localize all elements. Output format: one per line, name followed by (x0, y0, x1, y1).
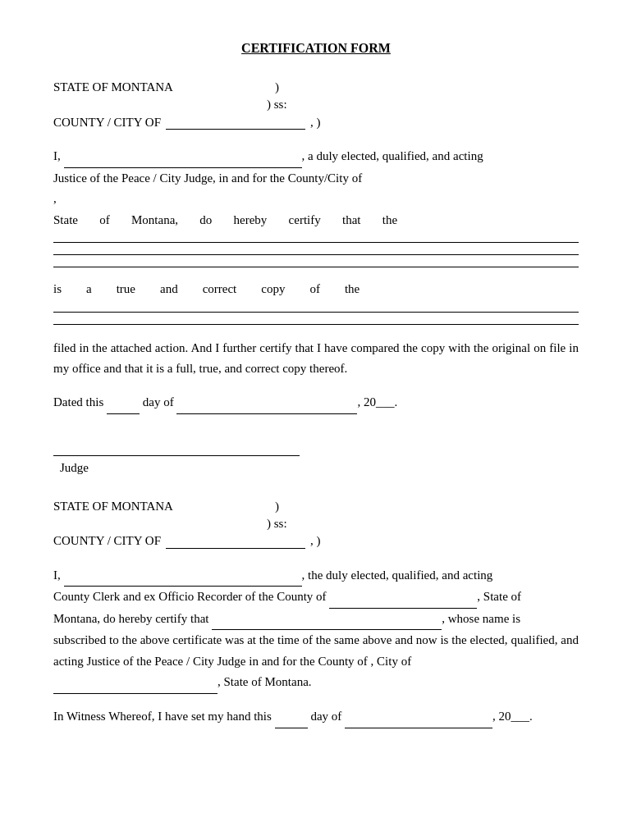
county-line-2: COUNTY / CITY OF , ) (53, 534, 579, 549)
state-line-2: STATE OF MONTANA ) (53, 500, 579, 514)
body-paragraph-1: I, , a duly elected, qualified, and acti… (53, 146, 579, 231)
body2-line3-start: Montana, do hereby certify that (53, 612, 212, 625)
county-blank (166, 115, 305, 130)
body2-line2-end: , State of (477, 590, 521, 603)
body-line2: Justice of the Peace / City Judge, in an… (53, 171, 362, 185)
body2-line3-end: , whose name is (442, 612, 520, 625)
ss-line-2: ) ss: (53, 517, 579, 531)
county-line: COUNTY / CITY OF , ) (53, 115, 579, 130)
name-blank-1 (64, 146, 302, 168)
city-blank (53, 672, 218, 694)
page-title: CERTIFICATION FORM (53, 41, 579, 56)
county-recorder-blank (329, 587, 477, 609)
i-text-2: I, (53, 568, 64, 582)
county-label-2: COUNTY / CITY OF (53, 534, 161, 548)
judge-label: Judge (53, 461, 579, 475)
dated-suffix: , 20___. (357, 395, 397, 409)
body-paragraph-2: I, , the duly elected, qualified, and ac… (53, 565, 579, 694)
county-blank-2 (166, 534, 305, 549)
body2-line4: subscribed to the above certificate was … (53, 633, 579, 668)
true-copy-line: is a true and correct copy of the (53, 279, 579, 300)
dated-blank2 (176, 391, 357, 414)
full-line-5 (53, 324, 579, 325)
witness-prefix: In Witness Whereof, I have set my hand t… (53, 710, 275, 723)
state-label: STATE OF MONTANA (53, 80, 267, 94)
ss-text-2: ) ss: (267, 517, 287, 531)
body2-line2-start: County Clerk and ex Officio Recorder of … (53, 590, 329, 603)
full-line-3 (53, 267, 579, 267)
full-line-4 (53, 312, 579, 313)
name-blank-2 (64, 565, 302, 587)
judge-signature-area: Judge (53, 455, 579, 475)
witness-line: In Witness Whereof, I have set my hand t… (53, 705, 579, 728)
witness-blank1 (275, 705, 308, 728)
body-line3-comma: , (53, 192, 57, 205)
dated-prefix: Dated this (53, 395, 107, 409)
section1-state-county: STATE OF MONTANA ) ) ss: COUNTY / CITY O… (53, 80, 579, 130)
blank-lines-section-1 (53, 242, 579, 267)
ss-line: ) ss: (53, 98, 579, 112)
suffix-text: , a duly elected, qualified, and acting (302, 149, 483, 162)
ss-text: ) ss: (267, 98, 287, 112)
i-text: I, (53, 149, 64, 162)
filed-paragraph: filed in the attached action. And I furt… (53, 338, 579, 380)
section2-state-county: STATE OF MONTANA ) ) ss: COUNTY / CITY O… (53, 500, 579, 549)
full-line-1 (53, 242, 579, 243)
witness-blank2 (345, 705, 492, 728)
dated-middle: day of (140, 395, 176, 409)
dated-blank1 (107, 391, 140, 414)
witness-middle: day of (308, 710, 345, 723)
suffix-text-2: , the duly elected, qualified, and actin… (302, 568, 493, 582)
county-paren2: , ) (310, 116, 321, 130)
paren1-2: ) (267, 500, 279, 514)
true-copy-text: is a true and correct copy of the (53, 282, 360, 295)
witness-suffix: , 20___. (492, 710, 533, 723)
state-label-2: STATE OF MONTANA (53, 500, 267, 514)
body-line3: State of Montana, do hereby certify that… (53, 213, 397, 226)
filed-text: filed in the attached action. And I furt… (53, 341, 579, 376)
blank-lines-section-2 (53, 312, 579, 325)
judge-sig-line (53, 455, 300, 456)
certify-blank (212, 609, 442, 631)
paren1: ) (267, 80, 279, 94)
dated-line: Dated this day of , 20___. (53, 391, 579, 414)
state-line: STATE OF MONTANA ) (53, 80, 579, 94)
county-label: COUNTY / CITY OF (53, 116, 161, 130)
county-paren2-2: , ) (310, 534, 321, 548)
body2-line5-end: , State of Montana. (218, 675, 312, 688)
full-line-2 (53, 254, 579, 255)
